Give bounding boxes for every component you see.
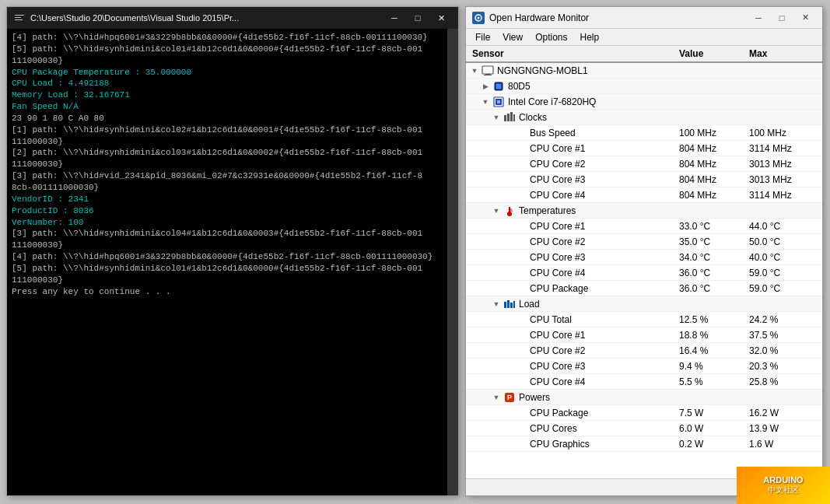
svg-rect-18: [513, 114, 515, 121]
expand-icon[interactable]: ▶: [480, 81, 491, 92]
hwm-header: Sensor Value Max: [466, 46, 822, 63]
hwm-minimize-button[interactable]: ─: [748, 9, 769, 26]
cmd-line-8: [1] path: \\?\hid#synhidmini&col02#1&b12…: [12, 124, 454, 148]
expand-icon[interactable]: [502, 268, 513, 278]
cmd-icon: [13, 12, 26, 24]
tree-row[interactable]: CPU Package7.5 W16.2 W: [466, 405, 822, 421]
cmd-line-17: Press any key to continue . . .: [12, 286, 454, 298]
sensor-name: Load: [519, 299, 679, 310]
sensor-value: 33.0 °C: [679, 221, 749, 232]
expand-icon[interactable]: [502, 159, 513, 170]
expand-icon[interactable]: [502, 128, 513, 138]
cmd-line-15: [4] path: \\?\hid#hpq6001#3&3229b8bb&0&0…: [12, 251, 454, 263]
sensor-value: 804 MHz: [679, 190, 749, 201]
tree-row[interactable]: CPU Core #39.4 %20.3 %: [466, 359, 822, 374]
expand-icon[interactable]: [502, 190, 513, 201]
svg-rect-15: [504, 115, 506, 121]
tree-row[interactable]: CPU Core #45.5 %25.8 %: [466, 374, 822, 390]
expand-icon[interactable]: [502, 283, 513, 294]
sensor-max: 3114 MHz: [749, 143, 819, 154]
tree-row[interactable]: CPU Core #235.0 °C50.0 °C: [466, 234, 822, 250]
tree-row[interactable]: ▶80D5: [466, 79, 822, 94]
sensor-name: NGNGNGNG-MOBL1: [497, 65, 679, 76]
sensor-name: CPU Core #4: [530, 268, 679, 278]
tree-row[interactable]: ▼NGNGNGNG-MOBL1: [466, 63, 822, 79]
sensor-name: CPU Core #2: [530, 236, 679, 247]
tree-row[interactable]: CPU Core #118.8 %37.5 %: [466, 327, 822, 343]
sensor-name: CPU Graphics: [530, 439, 679, 450]
cmd-scrollbar[interactable]: [447, 29, 458, 495]
hwm-tree[interactable]: ▼NGNGNGNG-MOBL1▶80D5▼Intel Core i7-6820H…: [466, 63, 822, 478]
expand-icon[interactable]: [502, 439, 513, 450]
cmd-close-button[interactable]: ✕: [430, 9, 452, 26]
expand-icon[interactable]: [502, 174, 513, 185]
expand-icon[interactable]: ▼: [480, 96, 491, 107]
svg-rect-2: [15, 17, 21, 18]
expand-icon[interactable]: [502, 252, 513, 263]
tree-row[interactable]: CPU Core #2804 MHz3013 MHz: [466, 156, 822, 172]
cmd-line-5: Memory Load : 32.167671: [12, 89, 454, 101]
expand-icon[interactable]: ▼: [491, 392, 502, 403]
menu-view[interactable]: View: [496, 30, 529, 44]
tree-row[interactable]: ▼PPowers: [466, 390, 822, 405]
expand-icon[interactable]: ▼: [491, 299, 502, 310]
sensor-name: Clocks: [519, 112, 679, 123]
node-icon: [514, 282, 527, 295]
cmd-controls: ─ □ ✕: [383, 9, 452, 26]
tree-row[interactable]: ▼Intel Core i7-6820HQ: [466, 94, 822, 110]
menu-file[interactable]: File: [469, 30, 496, 44]
sensor-name: CPU Package: [530, 408, 679, 418]
sensor-name: CPU Package: [530, 283, 679, 294]
tree-row[interactable]: ▼Temperatures: [466, 203, 822, 219]
tree-row[interactable]: ▼Load: [466, 296, 822, 312]
sensor-value: 5.5 %: [679, 376, 749, 387]
tree-row[interactable]: CPU Core #3804 MHz3013 MHz: [466, 172, 822, 187]
sensor-name: CPU Total: [530, 314, 679, 325]
tree-row[interactable]: Bus Speed100 MHz100 MHz: [466, 125, 822, 141]
tree-row[interactable]: CPU Core #436.0 °C59.0 °C: [466, 265, 822, 281]
expand-icon[interactable]: [502, 408, 513, 418]
node-icon: [514, 220, 527, 233]
sensor-name: CPU Core #3: [530, 252, 679, 263]
expand-icon[interactable]: [502, 345, 513, 356]
tree-row[interactable]: CPU Core #1804 MHz3114 MHz: [466, 141, 822, 156]
expand-icon[interactable]: [502, 221, 513, 232]
svg-rect-26: [513, 301, 515, 308]
node-icon: [514, 313, 527, 326]
cmd-line-9: [2] path: \\?\hid#synhidmini&col03#1&b12…: [12, 147, 454, 170]
menu-help[interactable]: Help: [574, 30, 606, 44]
tree-row[interactable]: ▼Clocks: [466, 110, 822, 125]
tree-row[interactable]: CPU Core #133.0 °C44.0 °C: [466, 219, 822, 234]
expand-icon[interactable]: ▼: [469, 65, 480, 76]
sensor-max: 37.5 %: [749, 330, 819, 341]
tree-row[interactable]: CPU Core #334.0 °C40.0 °C: [466, 250, 822, 265]
svg-rect-20: [509, 207, 510, 213]
watermark: ARDUINO 中文社区: [737, 467, 830, 504]
menu-options[interactable]: Options: [529, 30, 573, 44]
tree-row[interactable]: CPU Graphics0.2 W1.6 W: [466, 436, 822, 452]
expand-icon[interactable]: [502, 314, 513, 325]
sensor-max: 40.0 °C: [749, 252, 819, 263]
tree-row[interactable]: CPU Cores6.0 W13.9 W: [466, 421, 822, 436]
hwm-maximize-button[interactable]: □: [771, 9, 793, 26]
cmd-maximize-button[interactable]: □: [407, 9, 429, 26]
expand-icon[interactable]: [502, 361, 513, 372]
expand-icon[interactable]: [502, 143, 513, 154]
cmd-minimize-button[interactable]: ─: [383, 9, 405, 26]
header-max: Max: [749, 48, 819, 59]
expand-icon[interactable]: [502, 376, 513, 387]
sensor-name: CPU Core #1: [530, 143, 679, 154]
node-icon: [503, 111, 516, 124]
tree-row[interactable]: CPU Core #216.4 %32.0 %: [466, 343, 822, 359]
expand-icon[interactable]: [502, 236, 513, 247]
expand-icon[interactable]: ▼: [491, 205, 502, 216]
expand-icon[interactable]: [502, 330, 513, 341]
hwm-close-button[interactable]: ✕: [794, 9, 816, 26]
sensor-name: CPU Core #1: [530, 330, 679, 341]
tree-row[interactable]: CPU Package36.0 °C59.0 °C: [466, 281, 822, 296]
expand-icon[interactable]: ▼: [491, 112, 502, 123]
tree-row[interactable]: CPU Total12.5 %24.2 %: [466, 312, 822, 327]
node-icon: [514, 329, 527, 341]
expand-icon[interactable]: [502, 423, 513, 434]
tree-row[interactable]: CPU Core #4804 MHz3114 MHz: [466, 187, 822, 203]
